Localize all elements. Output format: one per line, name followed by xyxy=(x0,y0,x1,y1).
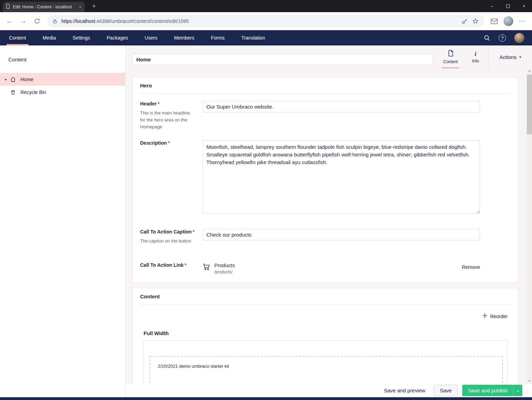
nav-item-users[interactable]: Users xyxy=(143,30,159,45)
browser-menu-icon[interactable]: ⋯ xyxy=(519,17,525,25)
content-title-row: Content xyxy=(140,288,510,305)
tree-item-home[interactable]: ▸ Home xyxy=(0,73,125,86)
cta-caption-input[interactable] xyxy=(203,229,480,240)
bottom-accent-bar xyxy=(0,397,532,400)
content-tree-sidebar: Content ▸ Home Recycle Bin xyxy=(0,45,126,397)
field-label-col: Header* This is the main headline for th… xyxy=(140,101,203,130)
nav-item-label: Users xyxy=(145,35,157,41)
help-icon[interactable]: ? xyxy=(499,34,506,42)
header-input[interactable] xyxy=(203,101,480,112)
sidebar-title: Content xyxy=(0,45,125,62)
back-icon[interactable]: ← xyxy=(4,16,15,26)
field-control-col: Moonfish, steelhead, lamprey southern fl… xyxy=(203,140,480,215)
tab-label: Content xyxy=(443,59,458,64)
save-and-publish-label: Save and publish xyxy=(462,385,513,396)
publish-options-caret[interactable]: ▴ xyxy=(513,385,522,396)
description-textarea[interactable]: Moonfish, steelhead, lamprey southern fl… xyxy=(203,140,480,214)
lock-icon xyxy=(53,19,57,24)
field-label: Call To Action Caption* xyxy=(140,229,196,235)
field-label-col: Description* xyxy=(140,140,203,215)
trash-icon xyxy=(9,90,16,95)
link-title[interactable]: Products xyxy=(214,262,235,268)
nav-item-label: Members xyxy=(174,35,194,41)
save-and-preview-button[interactable]: Save and preview xyxy=(384,388,425,393)
actions-button[interactable]: Actions ▾ xyxy=(488,45,532,68)
tab-title: Edit: Home - Content - localhost xyxy=(13,5,76,9)
reorder-row: Reorder xyxy=(132,313,508,319)
field-label-text: Header xyxy=(140,101,156,107)
home-icon xyxy=(9,77,16,82)
browser-window: Edit: Home - Content - localhost × + – ×… xyxy=(0,0,532,400)
link-url: /products/ xyxy=(214,270,235,274)
nav-item-translation[interactable]: Translation xyxy=(240,30,267,45)
key-icon[interactable] xyxy=(462,18,467,24)
search-icon[interactable] xyxy=(484,35,490,41)
umbraco-top-nav: Content Media Settings Packages Users Me… xyxy=(0,30,532,45)
reorder-label: Reorder xyxy=(490,314,508,319)
scroll-up-icon[interactable]: ▲ xyxy=(527,68,532,74)
tab-close-icon[interactable]: × xyxy=(79,5,81,10)
required-marker: * xyxy=(157,101,159,107)
browser-tab[interactable]: Edit: Home - Content - localhost × xyxy=(3,2,85,12)
nav-item-label: Media xyxy=(43,35,56,41)
nav-item-packages[interactable]: Packages xyxy=(105,30,129,45)
field-label-text: Call To Action Caption xyxy=(140,229,192,235)
nav-item-content[interactable]: Content xyxy=(8,30,27,45)
scrollbar-thumb[interactable] xyxy=(527,75,532,134)
forward-icon[interactable]: → xyxy=(18,16,28,26)
tab-content[interactable]: Content xyxy=(441,45,460,68)
remove-link-button[interactable]: Remove xyxy=(462,262,480,270)
url-text[interactable]: https://localhost:44398/umbraco#/content… xyxy=(61,18,457,24)
user-avatar[interactable] xyxy=(514,33,524,43)
block-title: Full Width xyxy=(144,330,518,336)
field-description: This is the main headline for the hero a… xyxy=(140,110,196,130)
vertical-scrollbar[interactable]: ▲ ▼ xyxy=(527,68,532,384)
field-row-cta-caption: Call To Action Caption* The caption on t… xyxy=(140,229,510,245)
nav-item-forms[interactable]: Forms xyxy=(209,30,226,45)
mail-icon[interactable] xyxy=(491,18,498,24)
content-tree: ▸ Home Recycle Bin xyxy=(0,73,125,99)
field-row-description: Description* Moonfish, steelhead, lampre… xyxy=(140,140,510,215)
field-label: Description* xyxy=(140,140,196,146)
browser-titlebar: Edit: Home - Content - localhost × + – × xyxy=(0,0,532,12)
field-label: Call To Action Link* xyxy=(140,262,196,268)
picked-link[interactable]: Products /products/ xyxy=(214,262,235,274)
url-bar[interactable]: https://localhost:44398/umbraco#/content… xyxy=(47,15,484,27)
save-button[interactable]: Save xyxy=(434,385,458,396)
hero-title-row: Hero xyxy=(140,77,510,94)
maximize-button[interactable] xyxy=(500,0,516,12)
new-tab-button[interactable]: + xyxy=(89,2,98,11)
link-picker: Products /products/ Remove xyxy=(203,262,480,274)
browser-profile-avatar[interactable] xyxy=(504,16,513,26)
field-label-col: Call To Action Link* xyxy=(140,262,203,274)
chevron-down-icon: ▾ xyxy=(520,55,521,59)
refresh-icon[interactable] xyxy=(32,16,42,26)
active-tab-underline xyxy=(442,67,459,68)
nav-item-media[interactable]: Media xyxy=(41,30,57,45)
scroll-down-icon[interactable]: ▼ xyxy=(527,378,532,384)
tab-info[interactable]: i Info xyxy=(466,45,485,68)
group-title: Content xyxy=(140,293,160,299)
tree-item-label: Recycle Bin xyxy=(20,90,46,95)
document-icon xyxy=(448,50,453,58)
url-path: :44398/umbraco#/content/content/edit/109… xyxy=(95,18,189,24)
document-name-input[interactable] xyxy=(132,54,433,65)
editor-tabs: Content i Info xyxy=(441,45,485,68)
field-control-col xyxy=(203,229,480,245)
tree-item-recycle-bin[interactable]: Recycle Bin xyxy=(0,86,125,99)
minimize-button[interactable]: – xyxy=(484,0,500,12)
field-label-text: Call To Action Link xyxy=(140,262,183,268)
favorites-star-icon[interactable] xyxy=(472,18,479,24)
expand-caret-icon[interactable]: ▸ xyxy=(3,77,9,81)
field-description: The caption on the button xyxy=(140,238,196,245)
save-and-publish-button[interactable]: Save and publish ▴ xyxy=(462,385,522,396)
close-window-button[interactable]: × xyxy=(516,0,532,12)
nav-item-label: Forms xyxy=(211,35,225,41)
reorder-button[interactable]: Reorder xyxy=(482,313,508,319)
block-placeholder-text: 2/10/2021 demo umbraco starter kit xyxy=(158,364,502,369)
nav-item-members[interactable]: Members xyxy=(173,30,196,45)
info-icon: i xyxy=(475,51,477,57)
nav-item-settings[interactable]: Settings xyxy=(71,30,92,45)
tab-label: Info xyxy=(472,59,479,63)
maximize-icon xyxy=(506,5,510,8)
